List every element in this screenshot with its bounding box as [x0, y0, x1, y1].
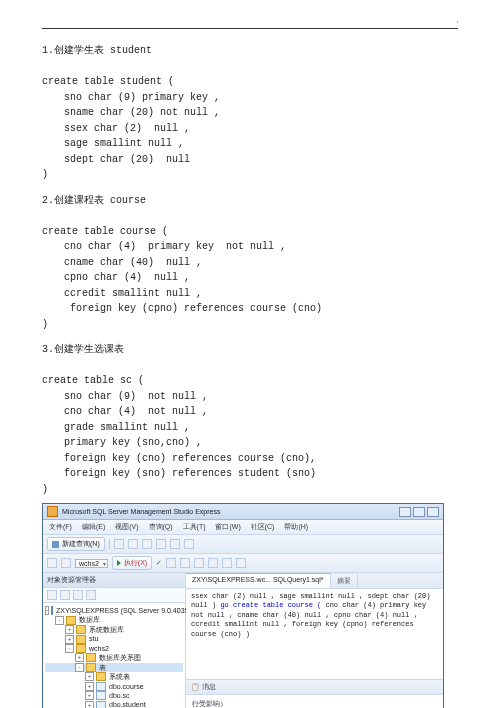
result-line: 行受影响） — [192, 699, 437, 708]
oe-toolbar-icon[interactable] — [47, 590, 57, 600]
object-explorer-panel: 对象资源管理器 -ZXY\SQLEXPRESS (SQL Server 9.0.… — [43, 573, 186, 708]
new-query-button[interactable]: 新建查询(N) — [47, 537, 105, 551]
toolbar-icon[interactable] — [194, 558, 204, 568]
menu-help[interactable]: 帮助(H) — [284, 523, 308, 530]
ssms-toolbar-main: 新建查询(N) — [43, 535, 443, 554]
toolbar-icon[interactable] — [114, 539, 124, 549]
toolbar-icon[interactable] — [184, 539, 194, 549]
tree-db-stu[interactable]: +stu — [45, 634, 183, 643]
tree-table-sc[interactable]: +dbo.sc — [45, 691, 183, 700]
toolbar-icon[interactable] — [170, 539, 180, 549]
toolbar-icon[interactable] — [156, 539, 166, 549]
toolbar-icon[interactable] — [208, 558, 218, 568]
tree-db-wchs2[interactable]: -wchs2 — [45, 644, 183, 653]
oe-toolbar-icon[interactable] — [86, 590, 96, 600]
minimize-button[interactable] — [399, 507, 411, 517]
ssms-menubar[interactable]: 文件(F) 编辑(E) 视图(V) 查询(Q) 工具(T) 窗口(W) 社区(C… — [43, 520, 443, 535]
ssms-titlebar: Microsoft SQL Server Management Studio E… — [43, 504, 443, 520]
results-panel: 📋 消息 行受影响） 行受影响） — [186, 680, 443, 708]
database-combo[interactable]: wchs2 — [75, 559, 108, 568]
toolbar-icon[interactable] — [142, 539, 152, 549]
ssms-app-icon — [47, 506, 58, 517]
corner-mark-top: ' — [457, 20, 458, 29]
toolbar-icon[interactable] — [61, 558, 71, 568]
sql-editor[interactable]: ssex char (2) null , sage smallint null … — [186, 589, 443, 680]
toolbar-icon[interactable] — [166, 558, 176, 568]
tree-server-node[interactable]: -ZXY\SQLEXPRESS (SQL Server 9.0.4035 - — [45, 606, 183, 615]
menu-window[interactable]: 窗口(W) — [215, 523, 240, 530]
section-1-code: create table student ( sno char (9) prim… — [42, 59, 458, 183]
editor-area: ZXY\SQLEXPRESS.wc... SQLQuery1.sql* 摘要 s… — [186, 573, 443, 708]
editor-tab-summary[interactable]: 摘要 — [331, 573, 358, 588]
editor-tabs: ZXY\SQLEXPRESS.wc... SQLQuery1.sql* 摘要 — [186, 573, 443, 589]
tree-table-course[interactable]: +dbo.course — [45, 682, 183, 691]
tree-table-student[interactable]: +dbo.student — [45, 700, 183, 708]
object-explorer-toolbar — [43, 588, 185, 603]
menu-file[interactable]: 文件(F) — [49, 523, 72, 530]
ssms-toolbar-query: wchs2 执行(X) ✓ — [43, 554, 443, 573]
close-button[interactable] — [427, 507, 439, 517]
menu-edit[interactable]: 编辑(E) — [82, 523, 105, 530]
section-2-title: 2.创建课程表 course — [42, 193, 458, 209]
tree-databases-node[interactable]: -数据库 — [45, 615, 183, 624]
check-icon[interactable]: ✓ — [156, 559, 162, 567]
toolbar-icon[interactable] — [47, 558, 57, 568]
ssms-title-text: Microsoft SQL Server Management Studio E… — [62, 508, 220, 515]
tree-tables-node[interactable]: -表 — [45, 663, 183, 672]
execute-button[interactable]: 执行(X) — [112, 556, 152, 570]
menu-community[interactable]: 社区(C) — [251, 523, 275, 530]
object-explorer-header: 对象资源管理器 — [43, 573, 185, 588]
menu-view[interactable]: 视图(V) — [115, 523, 138, 530]
menu-tools[interactable]: 工具(T) — [183, 523, 206, 530]
section-1-title: 1.创建学生表 student — [42, 43, 458, 59]
tree-diagrams-node[interactable]: +数据库关系图 — [45, 653, 183, 662]
ssms-window: Microsoft SQL Server Management Studio E… — [42, 503, 444, 708]
oe-toolbar-icon[interactable] — [60, 590, 70, 600]
toolbar-icon[interactable] — [180, 558, 190, 568]
tree-systables-node[interactable]: +系统表 — [45, 672, 183, 681]
toolbar-icon[interactable] — [236, 558, 246, 568]
section-3-title: 3.创建学生选课表 — [42, 342, 458, 358]
oe-toolbar-icon[interactable] — [73, 590, 83, 600]
results-tab-messages[interactable]: 📋 消息 — [186, 680, 443, 695]
section-3-code: create table sc ( sno char (9) not null … — [42, 358, 458, 498]
tree-sysdb-node[interactable]: +系统数据库 — [45, 625, 183, 634]
section-2-code: create table course ( cno char (4) prima… — [42, 208, 458, 332]
toolbar-icon[interactable] — [222, 558, 232, 568]
maximize-button[interactable] — [413, 507, 425, 517]
toolbar-icon[interactable] — [128, 539, 138, 549]
document-page: ' 1.创建学生表 student create table student (… — [0, 0, 500, 708]
top-horizontal-rule — [42, 28, 458, 29]
editor-tab-active[interactable]: ZXY\SQLEXPRESS.wc... SQLQuery1.sql* — [186, 573, 331, 588]
menu-query[interactable]: 查询(Q) — [149, 523, 173, 530]
results-body: 行受影响） 行受影响） — [186, 695, 443, 708]
object-explorer-tree[interactable]: -ZXY\SQLEXPRESS (SQL Server 9.0.4035 - -… — [43, 603, 185, 708]
